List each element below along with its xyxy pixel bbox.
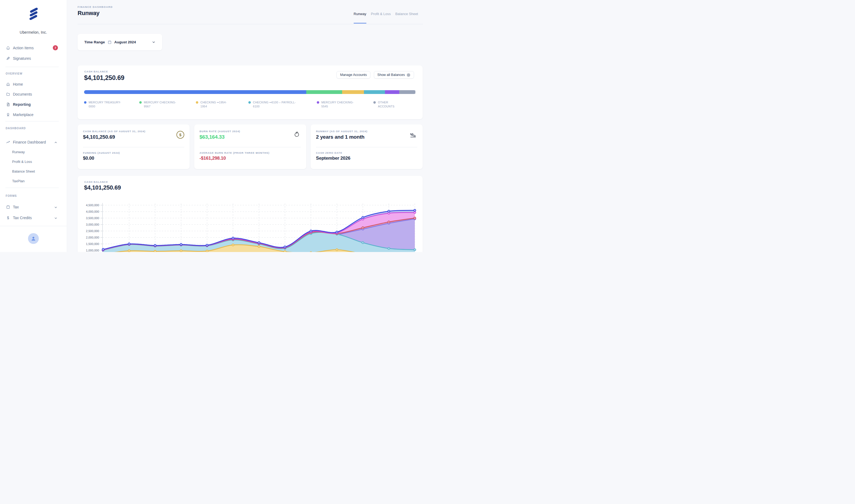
show-all-balances-button[interactable]: Show all Balances — [374, 71, 414, 78]
sidebar-subitem-label: TaxPlan — [12, 179, 24, 183]
show-all-balances-label: Show all Balances — [378, 73, 405, 77]
folder-icon — [6, 92, 10, 96]
home-icon — [6, 82, 10, 86]
time-range-selector[interactable]: Time Range August 2024 — [77, 34, 162, 50]
sidebar-item-label: Action Items — [13, 46, 34, 50]
sidebar: Ubermelon, Inc. Action Items7SignaturesO… — [0, 0, 67, 252]
bar-segment-5545 — [385, 90, 399, 94]
metric-subvalue: $0.00 — [83, 156, 94, 161]
legend-label: CHECKING ••1954-1954 — [200, 101, 227, 108]
legend-dot — [139, 101, 142, 104]
action-items-badge: 7 — [53, 45, 58, 50]
chevron-down-icon — [54, 216, 57, 219]
legend-label: MERCURY CHECKING-5545 — [321, 101, 354, 108]
pen-nib-icon — [6, 56, 10, 60]
page-title: Runway — [77, 10, 100, 17]
sidebar-item-tax-credits[interactable]: Tax Credits — [0, 215, 67, 221]
sidebar-subitem-runway[interactable]: Runway — [0, 149, 67, 155]
sidebar-item-signatures[interactable]: Signatures — [0, 55, 67, 62]
calendar-icon — [107, 40, 112, 44]
legend-label: OTHERACCOUNTS — [378, 101, 394, 108]
sidebar-section-dashboard: DASHBOARD — [6, 127, 26, 130]
bar-segment-6100 — [364, 90, 385, 94]
bar-segment-accounts — [399, 90, 415, 94]
sidebar-item-home[interactable]: Home — [0, 81, 67, 88]
legend-dot — [248, 101, 251, 104]
legend-dot — [373, 101, 376, 104]
legend-item: MERCURY TREASURY-0000 — [84, 101, 139, 108]
manage-accounts-label: Manage Accounts — [340, 73, 367, 77]
breadcrumb-eyebrow: FINANCE DASHBOARD — [77, 5, 112, 8]
sidebar-item-tax[interactable]: Tax — [0, 204, 67, 210]
metric-value: $4,101,250.69 — [83, 134, 115, 140]
dollar-circle-icon: $ — [176, 131, 184, 138]
svg-text:3,000,000: 3,000,000 — [86, 223, 99, 226]
sidebar-item-marketplace[interactable]: Marketplace — [0, 111, 67, 118]
cash-balance-label: CASH BALANCE — [84, 70, 108, 73]
account-legend: MERCURY TREASURY-0000MERCURY CHECKING-95… — [84, 101, 394, 108]
time-range-value: August 2024 — [114, 40, 136, 44]
legend-dot — [84, 101, 86, 104]
document-icon — [6, 102, 10, 107]
sidebar-item-label: Home — [13, 82, 23, 86]
metric-value: 2 years and 1 month — [316, 134, 365, 140]
tab-balance-sheet[interactable]: Balance Sheet — [395, 12, 418, 23]
card-divider — [83, 147, 184, 147]
legend-item: CHECKING ••1954-1954 — [196, 101, 248, 108]
sidebar-item-documents[interactable]: Documents — [0, 91, 67, 97]
metric-value: $63,164.33 — [199, 134, 225, 140]
bar-segment-9567 — [306, 90, 342, 94]
metric-label: BURN RATE (AUGUST 2024) — [199, 130, 290, 133]
runway-dashboard-page: { "colors": { "accent_blue": "#3b6fe0", … — [0, 0, 428, 252]
company-logo — [0, 7, 67, 21]
svg-text:2,500,000: 2,500,000 — [86, 229, 99, 233]
legend-dot — [317, 101, 319, 104]
card-divider — [199, 147, 301, 147]
tab-runway[interactable]: Runway — [354, 12, 366, 23]
card-divider — [316, 147, 417, 147]
sidebar-subitem-taxplan[interactable]: TaxPlan — [0, 178, 67, 184]
sidebar-subitem-balance-sheet[interactable]: Balance Sheet — [0, 168, 67, 174]
sidebar-divider — [5, 121, 59, 122]
legend-item: MERCURY CHECKING-5545 — [317, 101, 373, 108]
bell-icon — [6, 46, 10, 50]
sidebar-item-label: Reporting — [13, 102, 31, 107]
legend-label: MERCURY CHECKING-9567 — [144, 101, 176, 108]
trend-up-icon — [6, 140, 10, 144]
bar-segment-0000 — [84, 90, 306, 94]
cash-balance-overview-card: CASH BALANCE $4,101,250.69 Manage Accoun… — [77, 66, 423, 119]
sidebar-item-label: Tax — [13, 205, 19, 209]
chevron-down-icon — [152, 40, 156, 44]
sidebar-section-forms: FORMS — [6, 194, 17, 197]
sidebar-item-reporting[interactable]: Reporting — [0, 101, 67, 108]
sidebar-subitem-profit-loss[interactable]: Profit & Loss — [0, 159, 67, 164]
svg-text:1,000,000: 1,000,000 — [86, 249, 99, 252]
cash-balance-chart-card: CASH BALANCE $4,101,250.69 4,500,0004,00… — [77, 176, 423, 252]
sidebar-item-label: Finance Dashboard — [13, 140, 46, 144]
sidebar-subitem-label: Runway — [12, 150, 25, 154]
metric-sublabel: CASH ZERO DATE — [316, 151, 343, 154]
avatar[interactable] — [28, 233, 39, 244]
metric-label: RUNWAY (AS OF AUGUST 31, 2024) — [316, 130, 406, 133]
company-name: Ubermelon, Inc. — [0, 30, 67, 34]
tab-profit-loss[interactable]: Profit & Loss — [371, 12, 391, 23]
cash-balance-amount: $4,101,250.69 — [84, 74, 124, 82]
sidebar-item-label: Marketplace — [13, 112, 33, 117]
svg-text:4,500,000: 4,500,000 — [86, 203, 99, 207]
legend-item: CHECKING ••6100 – PAYROLL-6100 — [248, 101, 317, 108]
sidebar-item-action-items[interactable]: Action Items7 — [0, 45, 67, 51]
logo-icon — [27, 7, 40, 20]
manage-accounts-button[interactable]: Manage Accounts — [336, 71, 370, 78]
metric-card-1: CASH BALANCE (AS OF AUGUST 31, 2024)$4,1… — [77, 124, 190, 169]
chevron-down-icon — [54, 205, 57, 209]
svg-text:3,500,000: 3,500,000 — [86, 216, 99, 220]
time-range-label: Time Range — [84, 40, 105, 44]
legend-item: OTHERACCOUNTS — [373, 101, 394, 108]
legend-dot — [196, 101, 198, 104]
sidebar-item-label: Documents — [13, 92, 32, 96]
chart-cash-balance-amount: $4,101,250.69 — [84, 184, 121, 191]
sidebar-section-overview: OVERVIEW — [6, 72, 23, 75]
sidebar-item-finance-dashboard[interactable]: Finance Dashboard — [0, 139, 67, 145]
metric-card-2: BURN RATE (AUGUST 2024)$63,164.33AVERAGE… — [194, 124, 306, 169]
metric-sublabel: FUNDING (AUGUST 2024) — [83, 151, 120, 154]
